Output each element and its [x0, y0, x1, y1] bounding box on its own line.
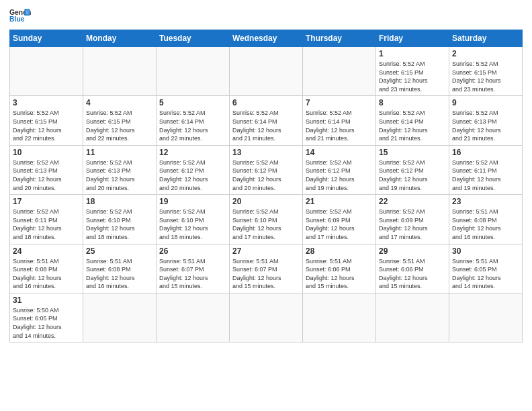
- page: General Blue SundayMondayTuesdayWednesda…: [0, 0, 532, 348]
- day-number: 30: [452, 246, 519, 256]
- day-info: Sunrise: 5:51 AM Sunset: 6:08 PM Dayligh…: [13, 257, 80, 291]
- day-info: Sunrise: 5:50 AM Sunset: 6:05 PM Dayligh…: [13, 306, 80, 340]
- calendar-cell: 30Sunrise: 5:51 AM Sunset: 6:05 PM Dayli…: [449, 244, 523, 293]
- week-row-2: 10Sunrise: 5:52 AM Sunset: 6:13 PM Dayli…: [10, 145, 523, 194]
- logo-icon: General Blue: [9, 7, 31, 26]
- day-number: 21: [306, 197, 373, 206]
- calendar-cell: [157, 293, 230, 342]
- day-of-week-wednesday: Wednesday: [230, 30, 303, 47]
- day-info: Sunrise: 5:51 AM Sunset: 6:08 PM Dayligh…: [452, 208, 519, 241]
- calendar-cell: 16Sunrise: 5:52 AM Sunset: 6:11 PM Dayli…: [449, 145, 523, 194]
- day-info: Sunrise: 5:51 AM Sunset: 6:06 PM Dayligh…: [379, 257, 446, 291]
- day-number: 2: [452, 49, 519, 58]
- day-number: 23: [452, 197, 519, 206]
- day-number: 8: [379, 98, 446, 107]
- day-info: Sunrise: 5:52 AM Sunset: 6:15 PM Dayligh…: [86, 109, 153, 142]
- day-info: Sunrise: 5:51 AM Sunset: 6:05 PM Dayligh…: [452, 257, 519, 291]
- day-of-week-monday: Monday: [83, 30, 157, 47]
- day-info: Sunrise: 5:51 AM Sunset: 6:07 PM Dayligh…: [159, 257, 226, 291]
- calendar-cell: 2Sunrise: 5:52 AM Sunset: 6:15 PM Daylig…: [449, 47, 523, 96]
- week-row-0: 1Sunrise: 5:52 AM Sunset: 6:15 PM Daylig…: [10, 47, 523, 96]
- day-number: 4: [86, 98, 153, 107]
- day-info: Sunrise: 5:52 AM Sunset: 6:14 PM Dayligh…: [379, 109, 446, 142]
- day-number: 16: [452, 148, 519, 157]
- calendar-cell: [303, 293, 376, 342]
- calendar-cell: 8Sunrise: 5:52 AM Sunset: 6:14 PM Daylig…: [376, 96, 449, 145]
- day-number: 22: [379, 197, 446, 206]
- header-row: SundayMondayTuesdayWednesdayThursdayFrid…: [10, 30, 523, 47]
- day-info: Sunrise: 5:52 AM Sunset: 6:14 PM Dayligh…: [306, 109, 373, 142]
- calendar-header: SundayMondayTuesdayWednesdayThursdayFrid…: [10, 30, 523, 47]
- calendar-cell: [83, 293, 157, 342]
- day-info: Sunrise: 5:52 AM Sunset: 6:11 PM Dayligh…: [13, 208, 80, 241]
- day-number: 3: [13, 98, 80, 107]
- calendar-cell: 15Sunrise: 5:52 AM Sunset: 6:12 PM Dayli…: [376, 145, 449, 194]
- day-info: Sunrise: 5:52 AM Sunset: 6:11 PM Dayligh…: [452, 158, 519, 192]
- day-number: 15: [379, 148, 446, 157]
- logo: General Blue: [9, 7, 31, 26]
- calendar-cell: 29Sunrise: 5:51 AM Sunset: 6:06 PM Dayli…: [376, 244, 449, 293]
- day-number: 12: [159, 148, 226, 157]
- calendar-cell: [303, 47, 376, 96]
- day-number: 20: [232, 197, 300, 206]
- day-info: Sunrise: 5:52 AM Sunset: 6:13 PM Dayligh…: [13, 158, 80, 192]
- calendar-cell: 7Sunrise: 5:52 AM Sunset: 6:14 PM Daylig…: [303, 96, 376, 145]
- day-info: Sunrise: 5:51 AM Sunset: 6:07 PM Dayligh…: [232, 257, 300, 291]
- calendar-cell: 28Sunrise: 5:51 AM Sunset: 6:06 PM Dayli…: [303, 244, 376, 293]
- calendar-body: 1Sunrise: 5:52 AM Sunset: 6:15 PM Daylig…: [10, 47, 523, 342]
- calendar-cell: [157, 47, 230, 96]
- day-number: 24: [13, 246, 80, 256]
- day-info: Sunrise: 5:52 AM Sunset: 6:15 PM Dayligh…: [13, 109, 80, 142]
- calendar-cell: 26Sunrise: 5:51 AM Sunset: 6:07 PM Dayli…: [157, 244, 230, 293]
- day-of-week-friday: Friday: [376, 30, 449, 47]
- calendar-cell: 12Sunrise: 5:52 AM Sunset: 6:12 PM Dayli…: [157, 145, 230, 194]
- day-info: Sunrise: 5:52 AM Sunset: 6:12 PM Dayligh…: [159, 158, 226, 192]
- day-of-week-tuesday: Tuesday: [157, 30, 230, 47]
- calendar-cell: 24Sunrise: 5:51 AM Sunset: 6:08 PM Dayli…: [10, 244, 83, 293]
- calendar-cell: [83, 47, 157, 96]
- day-number: 29: [379, 246, 446, 256]
- day-number: 28: [306, 246, 373, 256]
- day-number: 1: [379, 49, 446, 58]
- calendar-cell: 19Sunrise: 5:52 AM Sunset: 6:10 PM Dayli…: [157, 195, 230, 244]
- svg-text:Blue: Blue: [9, 15, 25, 23]
- day-of-week-saturday: Saturday: [449, 30, 523, 47]
- day-info: Sunrise: 5:52 AM Sunset: 6:14 PM Dayligh…: [232, 109, 300, 142]
- calendar-cell: 14Sunrise: 5:52 AM Sunset: 6:12 PM Dayli…: [303, 145, 376, 194]
- svg-marker-3: [26, 10, 29, 14]
- calendar-cell: 22Sunrise: 5:52 AM Sunset: 6:09 PM Dayli…: [376, 195, 449, 244]
- day-number: 31: [13, 295, 80, 305]
- day-info: Sunrise: 5:52 AM Sunset: 6:13 PM Dayligh…: [452, 109, 519, 142]
- calendar-cell: 18Sunrise: 5:52 AM Sunset: 6:10 PM Dayli…: [83, 195, 157, 244]
- day-info: Sunrise: 5:52 AM Sunset: 6:12 PM Dayligh…: [379, 158, 446, 192]
- calendar-cell: 13Sunrise: 5:52 AM Sunset: 6:12 PM Dayli…: [230, 145, 303, 194]
- day-number: 25: [86, 246, 153, 256]
- calendar-cell: 5Sunrise: 5:52 AM Sunset: 6:14 PM Daylig…: [157, 96, 230, 145]
- calendar-cell: [449, 293, 523, 342]
- day-number: 11: [86, 148, 153, 157]
- calendar-cell: 25Sunrise: 5:51 AM Sunset: 6:08 PM Dayli…: [83, 244, 157, 293]
- calendar-cell: 3Sunrise: 5:52 AM Sunset: 6:15 PM Daylig…: [10, 96, 83, 145]
- week-row-5: 31Sunrise: 5:50 AM Sunset: 6:05 PM Dayli…: [10, 293, 523, 342]
- day-number: 13: [232, 148, 300, 157]
- calendar-cell: 6Sunrise: 5:52 AM Sunset: 6:14 PM Daylig…: [230, 96, 303, 145]
- day-info: Sunrise: 5:52 AM Sunset: 6:12 PM Dayligh…: [306, 158, 373, 192]
- calendar: SundayMondayTuesdayWednesdayThursdayFrid…: [9, 30, 523, 342]
- day-number: 26: [159, 246, 226, 256]
- day-info: Sunrise: 5:52 AM Sunset: 6:14 PM Dayligh…: [159, 109, 226, 142]
- day-info: Sunrise: 5:52 AM Sunset: 6:10 PM Dayligh…: [232, 208, 300, 241]
- calendar-cell: 20Sunrise: 5:52 AM Sunset: 6:10 PM Dayli…: [230, 195, 303, 244]
- day-info: Sunrise: 5:52 AM Sunset: 6:09 PM Dayligh…: [306, 208, 373, 241]
- day-info: Sunrise: 5:52 AM Sunset: 6:10 PM Dayligh…: [159, 208, 226, 241]
- week-row-4: 24Sunrise: 5:51 AM Sunset: 6:08 PM Dayli…: [10, 244, 523, 293]
- day-info: Sunrise: 5:52 AM Sunset: 6:09 PM Dayligh…: [379, 208, 446, 241]
- week-row-1: 3Sunrise: 5:52 AM Sunset: 6:15 PM Daylig…: [10, 96, 523, 145]
- calendar-cell: 21Sunrise: 5:52 AM Sunset: 6:09 PM Dayli…: [303, 195, 376, 244]
- calendar-cell: [10, 47, 83, 96]
- day-info: Sunrise: 5:52 AM Sunset: 6:12 PM Dayligh…: [232, 158, 300, 192]
- day-number: 5: [159, 98, 226, 107]
- calendar-cell: 17Sunrise: 5:52 AM Sunset: 6:11 PM Dayli…: [10, 195, 83, 244]
- calendar-cell: [230, 47, 303, 96]
- calendar-cell: [376, 293, 449, 342]
- calendar-cell: 10Sunrise: 5:52 AM Sunset: 6:13 PM Dayli…: [10, 145, 83, 194]
